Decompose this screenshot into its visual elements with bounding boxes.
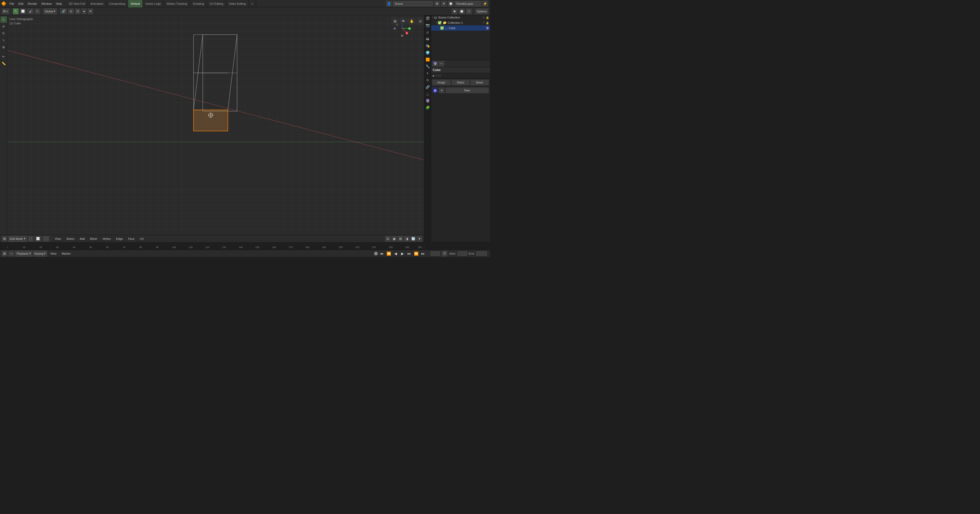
- goto-end-btn[interactable]: ⏭: [420, 251, 426, 257]
- viewport-overlay-toggle[interactable]: ◉: [391, 236, 397, 242]
- prop-icon-render[interactable]: 📷: [425, 22, 431, 28]
- xray-btn[interactable]: ⊡: [75, 8, 81, 14]
- select-tool-btn[interactable]: ↖: [13, 8, 19, 14]
- viewport-shading-solid[interactable]: ◉: [452, 8, 458, 14]
- rotate-tool[interactable]: ↻: [0, 30, 7, 37]
- end-frame-input[interactable]: 250: [476, 251, 487, 256]
- overlay-pan-icon[interactable]: ✋: [408, 18, 415, 25]
- viewport-shading-rendered[interactable]: ⬡: [466, 8, 472, 14]
- tab-default[interactable]: Default: [128, 0, 143, 7]
- editor-type-btn[interactable]: ⊞: [2, 251, 7, 257]
- mode-vertex-menu[interactable]: Vertex: [100, 235, 113, 243]
- paint-tool-btn[interactable]: 🖌: [27, 8, 33, 14]
- mode-view-menu[interactable]: View: [53, 235, 64, 243]
- menu-edit[interactable]: Edit: [16, 0, 25, 7]
- edit-mode-dropdown[interactable]: Edit Mode ▾: [8, 236, 27, 242]
- box-select-btn[interactable]: ⬜: [19, 8, 26, 14]
- menu-render[interactable]: Render: [25, 0, 39, 7]
- transform-tool[interactable]: ⊕: [0, 44, 7, 50]
- material-preview-btn[interactable]: ⬤: [432, 88, 438, 93]
- close-scene-btn[interactable]: ✕: [441, 1, 447, 6]
- mode-face-menu[interactable]: Face: [126, 235, 137, 243]
- outliner-item-scene-collection[interactable]: ▾ 🗂 Scene Collection 👁 🔒: [431, 15, 490, 20]
- vertex-select-mode[interactable]: ⬚: [28, 236, 33, 242]
- tab-motion-tracking[interactable]: Motion Tracking: [164, 0, 190, 7]
- overlay-zoom-icon[interactable]: ⊙: [417, 18, 424, 25]
- viewport-extras3[interactable]: ▾: [417, 236, 422, 242]
- mode-mesh-menu[interactable]: Mesh: [88, 235, 99, 243]
- prop-icon-output[interactable]: 🖨: [425, 29, 431, 35]
- proportional-btn[interactable]: ◎: [68, 8, 74, 14]
- start-frame-input[interactable]: 1: [458, 251, 467, 256]
- keying-dropdown[interactable]: Keying ▾: [33, 251, 47, 257]
- new-material-btn[interactable]: New: [445, 88, 489, 93]
- tab-add-workspace[interactable]: +: [249, 0, 256, 7]
- mode-uv-menu[interactable]: UV: [138, 235, 146, 243]
- expand-arrow[interactable]: ▶: [433, 74, 435, 77]
- timeline-options-btn[interactable]: ⋯: [8, 251, 14, 257]
- tab-3d-view-full[interactable]: 3D View Full: [66, 0, 88, 7]
- prop-icon-constraints[interactable]: 🔗: [425, 84, 431, 90]
- prop-icon-texture[interactable]: 🧩: [425, 105, 431, 110]
- prop-icon-object-data[interactable]: △: [425, 91, 431, 97]
- prop-icon-scene2[interactable]: 🎭: [425, 43, 431, 49]
- tab-scripting[interactable]: Scripting: [190, 0, 207, 7]
- filter-btn[interactable]: ⚡: [482, 1, 488, 6]
- prev-frame-btn[interactable]: ◀: [393, 251, 398, 257]
- outliner-item-collection1[interactable]: ▾ ✅ 📁 Collection 1 👁 🔒: [431, 20, 490, 26]
- assign-button[interactable]: Assign: [432, 80, 451, 85]
- tab-game-logic[interactable]: Game Logic: [143, 0, 164, 7]
- menu-help[interactable]: Help: [54, 0, 64, 7]
- measure-tool[interactable]: 📏: [0, 60, 7, 67]
- shading-btn[interactable]: ●: [81, 8, 87, 14]
- mode-add-menu[interactable]: Add: [78, 235, 87, 243]
- props-options-btn[interactable]: ⋯: [439, 61, 444, 67]
- render-layer-input[interactable]: [455, 1, 481, 6]
- prop-icon-material[interactable]: 🔮: [425, 98, 431, 104]
- fps-btn[interactable]: ⏱: [442, 251, 447, 257]
- mode-edge-menu[interactable]: Edge: [114, 235, 125, 243]
- prop-icon-particles[interactable]: ✦: [425, 70, 431, 76]
- prev-keyframe-btn[interactable]: ⏪: [386, 251, 391, 257]
- playback-dropdown[interactable]: Playback ▾: [15, 251, 32, 257]
- face-select-mode[interactable]: ⬛: [43, 236, 49, 242]
- tab-video-editing[interactable]: Video Editing: [226, 0, 249, 7]
- edge-select-mode[interactable]: ⬜: [35, 236, 41, 242]
- next-frame-btn[interactable]: ⏭: [406, 251, 412, 257]
- add-material-slot-btn[interactable]: +: [439, 88, 445, 93]
- prop-icon-physics[interactable]: ⚙: [425, 77, 431, 83]
- props-type-btn[interactable]: 🔮: [432, 61, 438, 67]
- viewport-shading-wire[interactable]: ⊡: [385, 236, 391, 242]
- prop-icon-object[interactable]: 🟧: [425, 56, 431, 62]
- prop-icon-scene[interactable]: 🎬: [425, 15, 431, 21]
- move-tool[interactable]: ✛: [0, 23, 7, 30]
- overlay-obj-icon[interactable]: 👁: [400, 18, 407, 25]
- user-prefs-btn[interactable]: 👤: [386, 1, 392, 6]
- next-keyframe-btn[interactable]: ⏩: [413, 251, 419, 257]
- outliner-item-cube[interactable]: ✅ △ Cube 🔮: [431, 26, 490, 30]
- scene-name-input[interactable]: [393, 1, 433, 6]
- prop-icon-world[interactable]: 🌍: [425, 49, 431, 56]
- viewport-type-btn[interactable]: ⊞ v: [2, 8, 10, 14]
- lasso-tool-btn[interactable]: ∿: [35, 8, 40, 14]
- mode-type-icon[interactable]: ⊞: [2, 236, 7, 242]
- viewport-extras[interactable]: ◑: [404, 236, 410, 242]
- select-button[interactable]: Select: [452, 80, 470, 85]
- viewport-more-options[interactable]: ⊞: [398, 236, 403, 242]
- overlay-grid-icon[interactable]: ⊞: [391, 18, 399, 25]
- options-btn[interactable]: Options: [475, 8, 488, 14]
- overlay-btn[interactable]: ≋: [88, 8, 93, 14]
- viewport-shading-mat[interactable]: ⬤: [458, 8, 465, 14]
- timeline-view-menu[interactable]: View: [48, 250, 59, 257]
- goto-start-btn[interactable]: ⏮: [379, 251, 385, 257]
- tab-compositing[interactable]: Compositing: [107, 0, 128, 7]
- menu-window[interactable]: Window: [39, 0, 54, 7]
- mode-select-menu[interactable]: Select: [64, 235, 76, 243]
- transform-global-dropdown[interactable]: Global ▾: [44, 8, 57, 14]
- timeline-marker-menu[interactable]: Marker: [60, 250, 73, 257]
- tab-uv-editing[interactable]: UV Editing: [207, 0, 226, 7]
- render-layer-btn[interactable]: 🔲: [448, 1, 453, 6]
- prop-icon-modifier[interactable]: 🔧: [425, 63, 431, 69]
- annotate-tool[interactable]: ✏: [0, 53, 7, 60]
- tab-animation[interactable]: Animation: [88, 0, 107, 7]
